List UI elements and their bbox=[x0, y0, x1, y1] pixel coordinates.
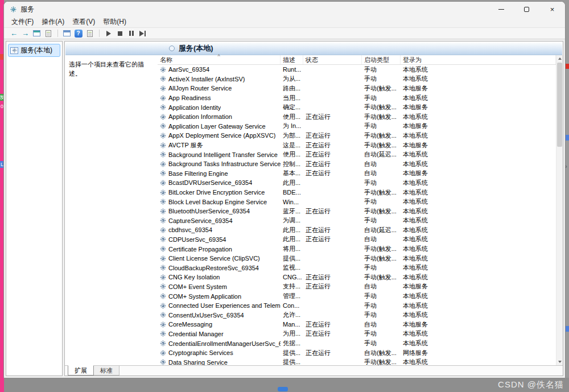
back-button[interactable]: ← bbox=[9, 28, 19, 38]
maximize-button[interactable] bbox=[514, 2, 539, 16]
service-row[interactable]: Background Tasks Infrastructure Service … bbox=[158, 159, 556, 169]
service-logon-as: 本地服务 bbox=[401, 122, 556, 130]
service-startup-type: 手动(触发... bbox=[362, 188, 401, 197]
column-header-name-label: 名称 bbox=[160, 56, 172, 64]
service-row[interactable]: Cryptographic Services 提供... 正在运行 自动(触发.… bbox=[158, 348, 556, 358]
service-row[interactable]: Data Sharing Service 提供... 手动(触发... 本地系统 bbox=[158, 357, 556, 365]
service-gear-icon bbox=[159, 132, 166, 139]
service-row[interactable]: BcastDVRUserService_69354 此用... 手动 本地系统 bbox=[158, 178, 556, 188]
service-name: Application Information bbox=[168, 113, 232, 120]
service-row[interactable]: AppX Deployment Service (AppXSVC) 为部... … bbox=[158, 131, 556, 141]
service-gear-icon bbox=[159, 312, 166, 319]
service-row[interactable]: Base Filtering Engine 基本... 正在运行 自动 本地服务 bbox=[158, 169, 556, 179]
minimize-button[interactable] bbox=[488, 2, 514, 16]
column-header-logon-as[interactable]: 登录为 bbox=[401, 55, 556, 64]
background-fragment-bottom-blue bbox=[278, 387, 288, 391]
console-window-button[interactable] bbox=[61, 28, 72, 38]
service-description: 为调... bbox=[281, 216, 303, 225]
service-logon-as: 本地系统 bbox=[401, 339, 556, 348]
service-startup-type: 手动(触发... bbox=[362, 273, 401, 282]
service-logon-as: 本地系统 bbox=[401, 302, 556, 310]
service-row[interactable]: BitLocker Drive Encryption Service BDE..… bbox=[158, 188, 556, 197]
service-row[interactable]: COM+ Event System 支持... 正在运行 自动 本地服务 bbox=[158, 282, 556, 292]
service-row[interactable]: Background Intelligent Transfer Service … bbox=[158, 150, 556, 159]
service-row[interactable]: AarSvc_69354 Runt... 手动 本地系统 bbox=[158, 65, 556, 75]
service-name: Credential Manager bbox=[168, 331, 224, 337]
column-header-name[interactable]: 名称 ^ bbox=[158, 55, 281, 64]
service-logon-as: 本地系统 bbox=[401, 263, 556, 272]
vertical-scrollbar[interactable] bbox=[556, 55, 563, 365]
pause-icon bbox=[129, 31, 134, 36]
tab-standard[interactable]: 标准 bbox=[94, 366, 119, 376]
service-startup-type: 手动 bbox=[362, 216, 401, 225]
service-row[interactable]: COM+ System Application 管理... 手动 本地系统 bbox=[158, 291, 556, 301]
service-row[interactable]: CNG Key Isolation CNG... 正在运行 手动(触发... 本… bbox=[158, 273, 556, 282]
service-startup-type: 手动 bbox=[362, 339, 401, 348]
service-row[interactable]: Certificate Propagation 将用... 手动(触发... 本… bbox=[158, 244, 556, 254]
export-list-button[interactable] bbox=[43, 28, 53, 38]
service-gear-icon bbox=[159, 302, 166, 309]
menu-file[interactable]: 文件(F) bbox=[7, 16, 38, 27]
maximize-icon bbox=[524, 7, 529, 12]
results-panel: 服务(本地) 选择一个项目来查看它的描述。 名称 ^ 描述 状 bbox=[64, 41, 563, 376]
scroll-down-button[interactable] bbox=[556, 358, 563, 365]
help-button[interactable]: ? bbox=[73, 28, 84, 38]
service-row[interactable]: Application Identity 确定... 手动(触发... 本地服务 bbox=[158, 102, 556, 112]
service-row[interactable]: CredentialEnrollmentManagerUserSvc_69...… bbox=[158, 339, 556, 348]
service-description: 确定... bbox=[281, 103, 303, 112]
service-row[interactable]: CloudBackupRestoreSvc_69354 监视... 手动 本地系… bbox=[158, 263, 556, 273]
service-startup-type: 手动(触发... bbox=[362, 207, 401, 216]
close-button[interactable]: × bbox=[539, 2, 565, 16]
service-status: 正在运行 bbox=[303, 131, 362, 140]
column-header-startup-type[interactable]: 启动类型 bbox=[362, 55, 401, 64]
service-gear-icon bbox=[159, 340, 166, 347]
stop-service-button[interactable] bbox=[114, 28, 125, 38]
service-row[interactable]: App Readiness 当用... 手动 本地系统 bbox=[158, 93, 556, 103]
tab-extended[interactable]: 扩展 bbox=[68, 365, 94, 376]
service-description: 允许... bbox=[281, 311, 303, 319]
menu-help[interactable]: 帮助(H) bbox=[99, 16, 130, 27]
toolbar: ← → ? bbox=[4, 27, 565, 39]
service-row[interactable]: BluetoothUserService_69354 蓝牙... 正在运行 手动… bbox=[158, 207, 556, 216]
service-row[interactable]: Client License Service (ClipSVC) 提供... 手… bbox=[158, 254, 556, 263]
column-header-status[interactable]: 状态 bbox=[303, 55, 362, 64]
service-row[interactable]: Connected User Experiences and Telemetry… bbox=[158, 301, 556, 311]
service-row[interactable]: AllJoyn Router Service 路由... 手动(触发... 本地… bbox=[158, 84, 556, 93]
show-hide-tree-button[interactable] bbox=[31, 28, 42, 38]
service-row[interactable]: Credential Manager 为用... 正在运行 手动 本地系统 bbox=[158, 329, 556, 339]
service-row[interactable]: CDPUserSvc_69354 此用... 正在运行 自动 本地系统 bbox=[158, 235, 556, 245]
menu-view[interactable]: 查看(V) bbox=[68, 16, 99, 27]
restart-service-button[interactable] bbox=[137, 28, 148, 38]
forward-button[interactable]: → bbox=[20, 28, 31, 38]
service-name: BcastDVRUserService_69354 bbox=[168, 179, 252, 186]
service-startup-type: 手动 bbox=[362, 302, 401, 310]
pause-service-button[interactable] bbox=[126, 28, 137, 38]
service-row[interactable]: Block Level Backup Engine Service Win...… bbox=[158, 197, 556, 207]
column-header-description[interactable]: 描述 bbox=[281, 55, 303, 64]
service-row[interactable]: ConsentUxUserSvc_69354 允许... 手动 本地系统 bbox=[158, 310, 556, 320]
tree-item-services-local[interactable]: 服务(本地) bbox=[8, 44, 60, 57]
service-status: 正在运行 bbox=[303, 349, 362, 357]
list-view-button[interactable] bbox=[84, 28, 95, 38]
service-row[interactable]: ActiveX Installer (AxInstSV) 为从... 手动 本地… bbox=[158, 75, 556, 84]
service-row[interactable]: AVCTP 服务 这是... 正在运行 手动(触发... 本地服务 bbox=[158, 141, 556, 150]
service-logon-as: 本地服务 bbox=[401, 282, 556, 291]
service-row[interactable]: CaptureService_69354 为调... 手动 本地系统 bbox=[158, 216, 556, 226]
service-row[interactable]: cbdhsvc_69354 此用... 正在运行 自动(延迟... 本地系统 bbox=[158, 225, 556, 235]
service-name: COM+ Event System bbox=[168, 283, 227, 290]
service-logon-as: 本地系统 bbox=[401, 131, 556, 140]
service-startup-type: 手动 bbox=[362, 94, 401, 102]
start-service-button[interactable] bbox=[103, 28, 114, 38]
service-row[interactable]: Application Information 使用... 正在运行 手动(触发… bbox=[158, 112, 556, 122]
scroll-thumb[interactable] bbox=[557, 63, 562, 147]
menu-action[interactable]: 操作(A) bbox=[38, 16, 68, 27]
service-startup-type: 自动 bbox=[362, 235, 401, 244]
service-gear-icon bbox=[159, 208, 166, 214]
services-node-icon bbox=[10, 47, 18, 54]
service-description: 当用... bbox=[281, 94, 303, 102]
service-logon-as: 本地系统 bbox=[401, 273, 556, 282]
background-fragment-right-red bbox=[566, 64, 569, 69]
service-row[interactable]: CoreMessaging Man... 正在运行 自动 本地服务 bbox=[158, 320, 556, 329]
scroll-up-button[interactable] bbox=[556, 55, 563, 62]
service-row[interactable]: Application Layer Gateway Service 为 In..… bbox=[158, 122, 556, 131]
